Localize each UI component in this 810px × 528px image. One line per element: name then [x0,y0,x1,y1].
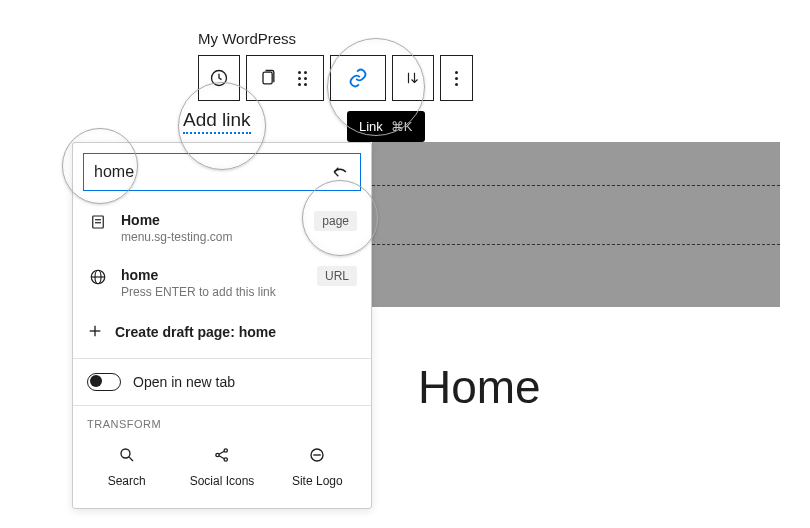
tooltip-shortcut: ⌘K [391,119,413,134]
tooltip-label: Link [359,119,383,134]
open-new-tab-label: Open in new tab [133,374,235,390]
more-icon [455,71,458,86]
share-icon [213,444,231,466]
toolbar-group-nav [198,55,240,101]
toolbar-group-pagelist [246,55,324,101]
transform-logo[interactable]: Site Logo [272,444,362,488]
link-icon[interactable] [346,66,370,90]
create-draft-page[interactable]: Create draft page: home [73,311,371,359]
svg-point-13 [224,449,227,452]
transform-social[interactable]: Social Icons [177,444,267,488]
drag-handle-icon[interactable] [290,66,314,90]
link-popover: Home menu.sg-testing.com page home Press… [72,142,372,509]
link-tooltip: Link ⌘K [347,111,425,142]
toolbar-group-link [330,55,386,101]
transform-label: Search [108,474,146,488]
svg-rect-2 [93,216,104,228]
suggestion-title: Home [121,211,302,229]
search-icon [118,444,136,466]
featured-image-placeholder[interactable] [372,142,780,307]
transform-heading: TRANSFORM [73,406,371,434]
submit-icon[interactable] [326,158,354,186]
open-new-tab-row[interactable]: Open in new tab [73,359,371,406]
toolbar-group-more[interactable] [440,55,473,101]
plus-icon [87,323,103,342]
site-title: My WordPress [198,30,296,47]
transform-search[interactable]: Search [82,444,172,488]
suggestion-page[interactable]: Home menu.sg-testing.com page [73,201,371,256]
svg-point-10 [121,449,130,458]
suggestion-title: home [121,266,305,284]
suggestion-sub: menu.sg-testing.com [121,229,302,246]
site-logo-icon [308,444,326,466]
transform-label: Site Logo [292,474,343,488]
svg-point-12 [216,453,219,456]
svg-point-14 [224,458,227,461]
toolbar-group-submenu [392,55,434,101]
suggestion-badge: URL [317,266,357,286]
chevron-down-icon[interactable] [401,66,425,90]
svg-rect-1 [263,72,272,84]
page-title[interactable]: Home [418,360,541,414]
globe-icon [87,266,109,286]
transform-label: Social Icons [190,474,255,488]
block-toolbar [198,55,473,101]
transform-grid: Search Social Icons Site Logo [73,434,371,508]
svg-line-16 [219,456,224,459]
open-new-tab-toggle[interactable] [87,373,121,391]
suggestion-badge: page [314,211,357,231]
add-link-placeholder[interactable]: Add link [183,109,251,134]
link-search-input[interactable] [94,163,326,181]
page-icon [87,211,109,231]
svg-line-11 [129,457,133,461]
page-list-icon[interactable] [256,66,280,90]
suggestion-url[interactable]: home Press ENTER to add this link URL [73,256,371,311]
link-search-wrap [83,153,361,191]
svg-line-15 [219,451,224,454]
suggestion-sub: Press ENTER to add this link [121,284,305,301]
create-draft-label: Create draft page: home [115,324,276,340]
navigation-icon[interactable] [207,66,231,90]
